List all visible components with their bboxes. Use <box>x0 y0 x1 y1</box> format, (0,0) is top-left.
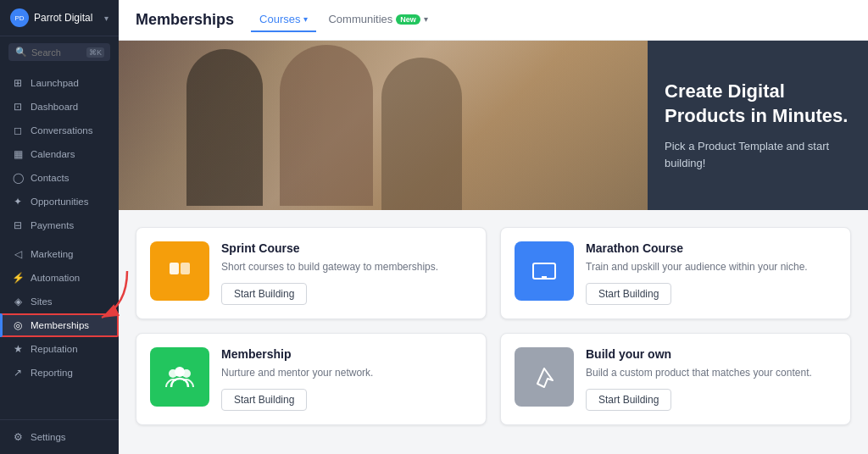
payments-icon: ⊟ <box>12 219 24 231</box>
launchpad-icon: ⊞ <box>12 77 24 89</box>
opportunities-icon: ✦ <box>12 196 24 208</box>
build-your-own-icon <box>515 347 574 407</box>
conversations-icon: ◻ <box>12 125 24 136</box>
hero-image <box>119 41 648 210</box>
sidebar-item-sites[interactable]: ◈ Sites <box>0 290 119 313</box>
card-build-your-own: Build your own Build a custom product th… <box>500 333 851 425</box>
marathon-course-desc: Train and upskill your audience within y… <box>586 259 837 274</box>
sidebar-item-label: Opportunities <box>31 197 88 207</box>
reporting-icon: ↗ <box>12 367 24 379</box>
card-membership: Membership Nurture and mentor your netwo… <box>136 333 487 425</box>
dashboard-icon: ⊡ <box>12 101 24 113</box>
card-sprint-course: Sprint Course Short courses to build gat… <box>136 227 487 319</box>
courses-caret-icon: ▾ <box>303 14 308 24</box>
svg-rect-2 <box>181 263 190 274</box>
tab-communities[interactable]: Communities New ▾ <box>320 8 436 32</box>
sidebar-item-label: Payments <box>31 220 74 230</box>
sidebar-item-label: Calendars <box>31 149 75 159</box>
build-your-own-body: Build your own Build a custom product th… <box>586 347 837 411</box>
org-name: Parrot Digital <box>34 12 92 24</box>
search-icon: 🔍 <box>15 47 27 58</box>
marathon-course-title: Marathon Course <box>586 241 837 255</box>
marketing-icon: ◁ <box>12 248 24 260</box>
org-selector[interactable]: PD Parrot Digital <box>10 8 92 27</box>
hero-heading: Create Digital Products in Minutes. <box>665 80 851 128</box>
sidebar-item-settings[interactable]: ⚙ Settings <box>12 427 107 447</box>
sidebar-item-label: Automation <box>31 273 80 283</box>
calendars-icon: ▦ <box>12 148 24 160</box>
marathon-course-body: Marathon Course Train and upskill your a… <box>586 241 837 305</box>
hero-banner: Create Digital Products in Minutes. Pick… <box>119 41 868 210</box>
sidebar-header: PD Parrot Digital ▾ <box>0 0 119 36</box>
settings-icon: ⚙ <box>12 431 24 443</box>
hero-subtext: Pick a Product Template and start buildi… <box>665 138 851 171</box>
search-container: 🔍 ⌘K <box>0 36 119 68</box>
svg-rect-5 <box>542 276 547 278</box>
tab-communities-label: Communities <box>328 13 392 25</box>
sidebar-item-label: Conversations <box>31 125 93 136</box>
communities-caret-icon: ▾ <box>424 14 428 24</box>
cards-grid: Sprint Course Short courses to build gat… <box>119 210 868 442</box>
tab-courses[interactable]: Courses ▾ <box>251 8 316 32</box>
search-shortcut: ⌘K <box>86 47 104 58</box>
reputation-icon: ★ <box>12 343 24 355</box>
content-area: Create Digital Products in Minutes. Pick… <box>119 41 868 454</box>
membership-start-btn[interactable]: Start Building <box>221 389 307 411</box>
sidebar-item-automation[interactable]: ⚡ Automation <box>0 266 119 290</box>
svg-rect-4 <box>537 278 551 280</box>
sprint-course-start-btn[interactable]: Start Building <box>221 283 307 305</box>
hero-text-panel: Create Digital Products in Minutes. Pick… <box>648 41 868 210</box>
sidebar-nav: ⊞ Launchpad ⊡ Dashboard ◻ Conversations … <box>0 68 119 419</box>
membership-title: Membership <box>221 347 472 361</box>
header-tabs: Courses ▾ Communities New ▾ <box>251 8 437 32</box>
svg-rect-1 <box>170 263 179 274</box>
sidebar-item-reporting[interactable]: ↗ Reporting <box>0 361 119 385</box>
sidebar-item-label: Dashboard <box>31 102 78 112</box>
sidebar: PD Parrot Digital ▾ 🔍 ⌘K ⊞ Launchpad ⊡ D… <box>0 0 119 454</box>
marathon-course-icon <box>515 241 574 301</box>
automation-icon: ⚡ <box>12 272 24 284</box>
sidebar-item-dashboard[interactable]: ⊡ Dashboard <box>0 95 119 119</box>
org-icon: PD <box>10 8 29 27</box>
build-your-own-desc: Build a custom product that matches your… <box>586 365 837 380</box>
sprint-course-desc: Short courses to build gateway to member… <box>221 259 472 274</box>
sidebar-item-memberships[interactable]: ◎ Memberships <box>0 313 119 337</box>
sidebar-item-label: Marketing <box>31 249 74 259</box>
build-your-own-title: Build your own <box>586 347 837 361</box>
sidebar-item-contacts[interactable]: ◯ Contacts <box>0 166 119 190</box>
new-badge: New <box>396 14 420 25</box>
sidebar-item-label: Reporting <box>31 368 73 378</box>
sidebar-item-label: Memberships <box>31 320 89 330</box>
search-input[interactable] <box>31 47 82 58</box>
sidebar-item-label: Sites <box>31 296 53 307</box>
marathon-course-start-btn[interactable]: Start Building <box>586 283 671 305</box>
sidebar-item-calendars[interactable]: ▦ Calendars <box>0 142 119 166</box>
svg-point-8 <box>182 369 191 378</box>
sidebar-item-marketing[interactable]: ◁ Marketing <box>0 242 119 266</box>
sidebar-item-label: Reputation <box>31 344 78 354</box>
top-header: Memberships Courses ▾ Communities New ▾ <box>119 0 868 41</box>
sidebar-item-opportunities[interactable]: ✦ Opportunities <box>0 190 119 213</box>
sidebar-footer: ⚙ Settings <box>0 419 119 454</box>
sidebar-item-conversations[interactable]: ◻ Conversations <box>0 119 119 142</box>
sprint-course-body: Sprint Course Short courses to build gat… <box>221 241 472 305</box>
settings-label: Settings <box>31 432 66 442</box>
chevron-down-icon: ▾ <box>104 14 108 23</box>
membership-icon <box>150 347 209 407</box>
sidebar-item-label: Contacts <box>31 173 69 183</box>
contacts-icon: ◯ <box>12 172 24 184</box>
page-title: Memberships <box>136 11 234 29</box>
search-box: 🔍 ⌘K <box>8 43 110 61</box>
sidebar-item-launchpad[interactable]: ⊞ Launchpad <box>0 71 119 95</box>
memberships-icon: ◎ <box>12 319 24 331</box>
build-your-own-start-btn[interactable]: Start Building <box>586 389 671 411</box>
main-content: Memberships Courses ▾ Communities New ▾ <box>119 0 868 454</box>
tab-courses-label: Courses <box>259 13 300 25</box>
sidebar-item-payments[interactable]: ⊟ Payments <box>0 213 119 237</box>
membership-body: Membership Nurture and mentor your netwo… <box>221 347 472 411</box>
sites-icon: ◈ <box>12 296 24 307</box>
sidebar-item-reputation[interactable]: ★ Reputation <box>0 337 119 361</box>
hero-photo <box>119 41 648 210</box>
sprint-course-icon <box>150 241 209 301</box>
membership-desc: Nurture and mentor your network. <box>221 365 472 380</box>
